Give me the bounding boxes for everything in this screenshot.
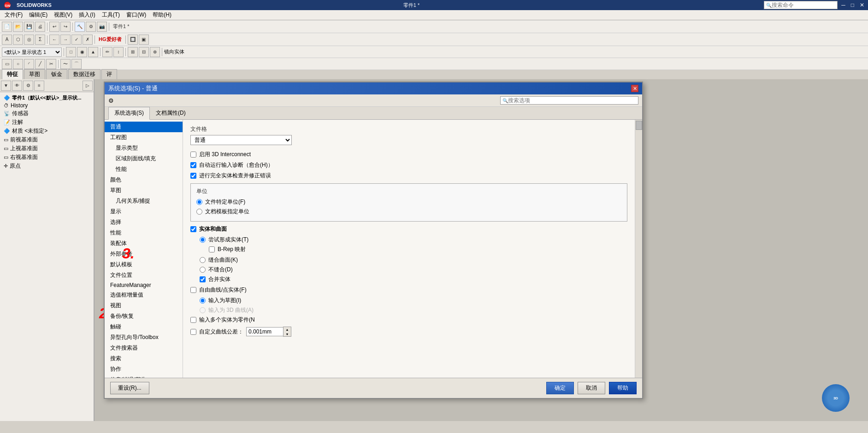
tab-doc-properties[interactable]: 文档属性(D) [150, 107, 192, 119]
cb-full-check[interactable] [190, 173, 196, 179]
cb-merge-solid[interactable] [200, 276, 206, 282]
tb-redo[interactable]: ↪ [60, 22, 71, 32]
cb-free-curve[interactable] [190, 287, 196, 293]
tb4-circle[interactable]: ○ [13, 59, 23, 69]
tree-top-plane[interactable]: ▭ 上视基准面 [0, 144, 94, 153]
cb-brep[interactable] [209, 246, 215, 252]
radio-import-3d[interactable] [200, 307, 206, 313]
radio-nosew[interactable] [200, 267, 206, 273]
tb2-5[interactable]: ← [49, 35, 59, 45]
tb-options[interactable]: ⚙ [86, 22, 96, 32]
tree-right-plane[interactable]: ▭ 右视基准面 [0, 153, 94, 162]
tb3-snap1[interactable]: ⊞ [128, 47, 138, 57]
nav-perf1[interactable]: 性能 [105, 164, 183, 175]
menu-tools[interactable]: 工具(T) [99, 10, 123, 20]
tb3-3[interactable]: ▲ [88, 47, 98, 57]
tb3-1[interactable]: □ [66, 47, 76, 57]
nav-file-location[interactable]: 文件位置 [105, 270, 183, 281]
tb2-3[interactable]: ◎ [24, 35, 34, 45]
tb4-spline[interactable]: 〜 [60, 59, 71, 69]
tb3-2[interactable]: ◉ [77, 47, 87, 57]
tb-save[interactable]: 💾 [24, 22, 34, 32]
nav-selection[interactable]: 选择 [105, 217, 183, 228]
tb3-snap2[interactable]: ⊟ [139, 47, 149, 57]
tb2-6[interactable]: → [60, 35, 71, 45]
tree-front-plane[interactable]: ▭ 前视基准面 [0, 135, 94, 144]
nav-relations[interactable]: 几何关系/捕捉 [105, 196, 183, 206]
nav-toolbox[interactable]: 异型孔向导/Toolbox [105, 332, 183, 343]
tb-open[interactable]: 📂 [13, 22, 23, 32]
lp-more[interactable]: ≡ [34, 81, 44, 91]
nav-view[interactable]: 视图 [105, 300, 183, 311]
nav-general[interactable]: 普通 [105, 122, 183, 132]
lp-expand[interactable]: ▷ [83, 81, 93, 91]
menu-edit[interactable]: 编辑(E) [26, 10, 50, 20]
cb-multi-solid[interactable] [190, 317, 196, 323]
tb3-draw[interactable]: ✏ [102, 47, 112, 57]
tab-sheetmetal[interactable]: 钣金 [46, 69, 67, 79]
nav-color[interactable]: 颜色 [105, 175, 183, 185]
tb4-line[interactable]: ╱ [35, 59, 45, 69]
cb-auto-diagnose[interactable] [190, 162, 196, 168]
tb2-2[interactable]: ⬡ [13, 35, 23, 45]
ok-button[interactable]: 确定 [546, 382, 574, 394]
radio-sew[interactable] [200, 257, 206, 263]
menu-file[interactable]: 文件(F) [2, 10, 25, 20]
title-btn-close[interactable]: ✕ [858, 2, 866, 8]
tree-origin[interactable]: ✛ 原点 [0, 162, 94, 170]
tb3-dim[interactable]: ↕ [113, 47, 124, 57]
tb2-10[interactable]: ▣ [139, 35, 149, 45]
title-btn-max[interactable]: □ [849, 2, 856, 8]
menu-window[interactable]: 窗口(W) [124, 10, 149, 20]
tab-features[interactable]: 特征 [2, 69, 23, 79]
cancel-button[interactable]: 取消 [578, 382, 605, 394]
file-format-select[interactable]: 普通 [190, 135, 292, 145]
radio-file-units[interactable] [196, 199, 202, 205]
tb4-trim[interactable]: ✂ [46, 59, 56, 69]
radio-try-solid[interactable] [200, 237, 206, 243]
orientation-widget[interactable]: 3D [822, 384, 850, 412]
tb2-8[interactable]: ✗ [83, 35, 93, 45]
lp-settings[interactable]: ⚙ [23, 81, 33, 91]
tb2-1[interactable]: A [2, 35, 12, 45]
tb-print[interactable]: 🖨 [35, 22, 45, 32]
nav-sketch[interactable]: 草图 [105, 185, 183, 196]
nav-spinbox[interactable]: 选值框增量值 [105, 290, 183, 300]
nav-display-type[interactable]: 显示类型 [105, 143, 183, 153]
radio-doc-template[interactable] [196, 209, 202, 215]
nav-backup[interactable]: 备份/恢复 [105, 311, 183, 322]
tab-system-options[interactable]: 系统选项(S) [108, 107, 150, 120]
dialog-scrollbar[interactable] [635, 120, 642, 378]
tree-part-root[interactable]: 🔷 零件1（默认<<默认>_显示状... [0, 94, 94, 102]
radio-import-sketch[interactable] [200, 298, 206, 304]
tb-undo[interactable]: ↩ [49, 22, 59, 32]
tb-new[interactable]: 📄 [2, 22, 12, 32]
tab-eval[interactable]: 评 [101, 69, 117, 79]
dialog-search-input[interactable] [508, 97, 600, 104]
menu-insert[interactable]: 插入(I) [76, 10, 98, 20]
tb2-7[interactable]: ✓ [71, 35, 82, 45]
nav-display[interactable]: 显示 [105, 206, 183, 217]
cb-3d-interconnect[interactable] [190, 152, 196, 158]
nav-collab[interactable]: 协作 [105, 364, 183, 374]
tab-sketch[interactable]: 草图 [24, 69, 45, 79]
cb-custom-tolerance[interactable] [190, 329, 196, 335]
lp-filter[interactable]: ▼ [1, 81, 11, 91]
tb-rebuild[interactable]: 🔨 [75, 22, 85, 32]
nav-featmgr[interactable]: FeatureManager [105, 281, 183, 290]
tb2-4[interactable]: Σ [35, 35, 45, 45]
tree-material[interactable]: 🔷 材质 <未指定> [0, 127, 94, 135]
nav-perf2[interactable]: 性能 [105, 228, 183, 238]
tb2-9[interactable]: 🔲 [128, 35, 138, 45]
display-state-select[interactable]: <默认> 显示状态 1 [2, 47, 62, 57]
tolerance-spin-up[interactable]: ▲ [283, 327, 291, 332]
cb-solid-surface[interactable] [190, 226, 196, 232]
lp-view[interactable]: 👁 [12, 81, 22, 91]
reset-button[interactable]: 重设(R)... [110, 382, 149, 394]
tb4-arc[interactable]: ◜ [24, 59, 34, 69]
tb-snapshots[interactable]: 📷 [97, 22, 107, 32]
tolerance-spin-down[interactable]: ▼ [283, 332, 291, 336]
tolerance-value-input[interactable] [246, 327, 283, 336]
menu-help[interactable]: 帮助(H) [150, 10, 174, 20]
tb3-snap3[interactable]: ⊕ [150, 47, 160, 57]
